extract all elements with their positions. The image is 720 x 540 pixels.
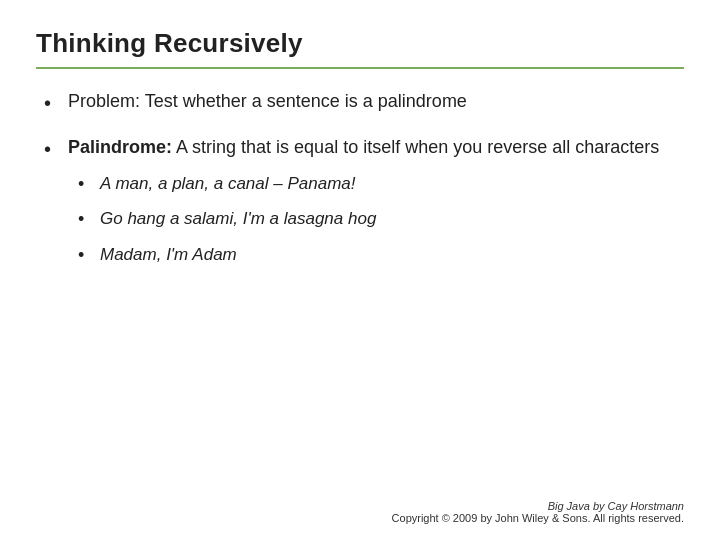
sub-bullet-text-2: Go hang a salami, I'm a lasagna hog (100, 207, 376, 231)
sub-bullet-item-1: • A man, a plan, a canal – Panama! (78, 172, 684, 197)
sub-bullet-dot-2: • (78, 207, 96, 232)
bullet-text-2-content: A string that is equal to itself when yo… (172, 137, 659, 157)
bullet-text-2: Palindrome: A string that is equal to it… (68, 135, 684, 278)
sub-bullet-dot-1: • (78, 172, 96, 197)
bullet-text-1-content: Problem: Test whether a sentence is a pa… (68, 91, 467, 111)
slide-title: Thinking Recursively (36, 28, 684, 59)
sub-bullet-text-3: Madam, I'm Adam (100, 243, 237, 267)
bullet-item-1: • Problem: Test whether a sentence is a … (44, 89, 684, 117)
title-section: Thinking Recursively (36, 28, 684, 69)
bullet-text-1: Problem: Test whether a sentence is a pa… (68, 89, 684, 114)
content-area: • Problem: Test whether a sentence is a … (36, 89, 684, 520)
sub-bullet-item-3: • Madam, I'm Adam (78, 243, 684, 268)
sub-bullet-item-2: • Go hang a salami, I'm a lasagna hog (78, 207, 684, 232)
sub-bullet-dot-3: • (78, 243, 96, 268)
bullet-item-2: • Palindrome: A string that is equal to … (44, 135, 684, 278)
sub-bullets: • A man, a plan, a canal – Panama! • Go … (78, 172, 684, 268)
bullet-bold-label: Palindrome: (68, 137, 172, 157)
footer-book: Big Java by Cay Horstmann (392, 500, 684, 512)
bullet-dot-2: • (44, 135, 64, 163)
slide-container: Thinking Recursively • Problem: Test whe… (0, 0, 720, 540)
sub-bullet-text-1: A man, a plan, a canal – Panama! (100, 172, 355, 196)
footer-copyright: Copyright © 2009 by John Wiley & Sons. A… (392, 512, 684, 524)
footer: Big Java by Cay Horstmann Copyright © 20… (392, 500, 684, 524)
bullet-dot-1: • (44, 89, 64, 117)
